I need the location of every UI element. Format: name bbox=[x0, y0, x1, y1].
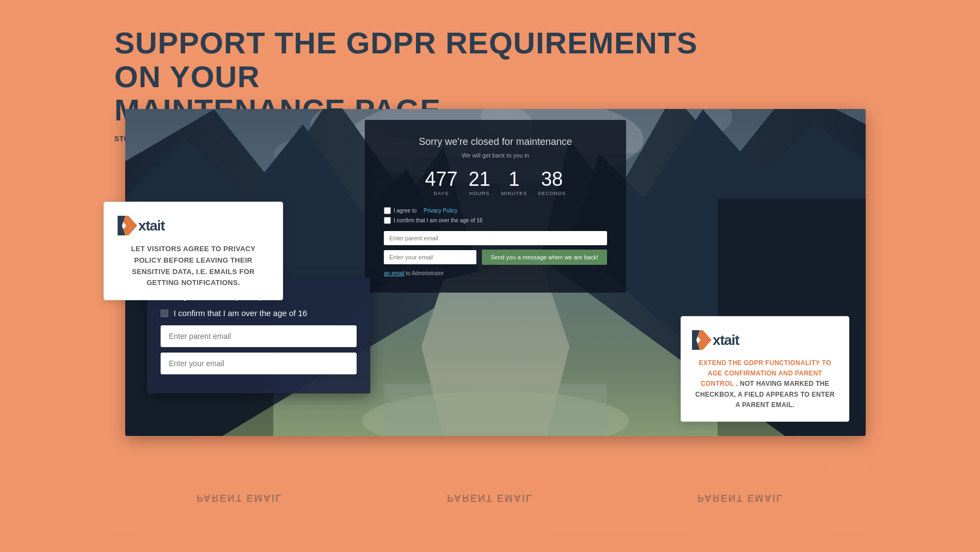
svg-marker-15 bbox=[118, 216, 125, 235]
form-age-label: I confirm that I am over the age of 16 bbox=[174, 308, 307, 318]
extait-logo-left: xtait bbox=[118, 216, 269, 235]
svg-marker-17 bbox=[692, 330, 700, 350]
form-age-checkbox-row: I confirm that I am over the age of 16 bbox=[161, 308, 357, 318]
modal-email-row: Send you a message when we are back! bbox=[384, 250, 607, 265]
content-area: Sorry we're closed for maintenance We wi… bbox=[114, 109, 866, 530]
countdown-hours: 21 HOURS bbox=[469, 169, 491, 196]
form-parent-email-input[interactable] bbox=[161, 325, 357, 347]
ghost-text-1: PARENT EMAIL bbox=[197, 492, 283, 504]
extait-logo-right: xtait bbox=[692, 330, 838, 350]
ghost-text-2: PARENT EMAIL bbox=[447, 492, 533, 504]
modal-subtitle: We will get back to you in bbox=[384, 152, 607, 159]
extait-logo-icon-left bbox=[118, 216, 137, 235]
info-card-left-text: LET VISITORS AGREE TO PRIVACY POLICY BEF… bbox=[118, 244, 269, 289]
bottom-ghost: PARENT EMAIL PARENT EMAIL PARENT EMAIL bbox=[114, 465, 866, 530]
info-card-right: xtait EXTEND THE GDPR FUNCTIONALITY TO A… bbox=[681, 316, 849, 422]
modal-parent-email-input[interactable] bbox=[384, 231, 607, 245]
privacy-checkbox[interactable] bbox=[384, 207, 391, 214]
privacy-policy-link[interactable]: Privacy Policy bbox=[424, 208, 457, 214]
age-checkbox[interactable] bbox=[384, 217, 391, 224]
form-email-input[interactable] bbox=[161, 353, 357, 374]
modal-email-input[interactable] bbox=[384, 250, 476, 264]
ghost-text-3: PARENT EMAIL bbox=[697, 492, 783, 504]
countdown-row: 477 DAYS 21 HOURS 1 MINUTES 38 SECONDS bbox=[384, 169, 607, 196]
extait-logo-icon-right bbox=[692, 330, 712, 350]
svg-rect-13 bbox=[384, 384, 607, 436]
extait-logo-text-left: xtait bbox=[138, 217, 164, 234]
countdown-seconds: 38 SECONDS bbox=[538, 169, 566, 196]
form-age-checkbox[interactable] bbox=[161, 310, 168, 317]
countdown-days: 477 DAYS bbox=[425, 169, 457, 196]
modal-link-row: an email to Administrator bbox=[384, 270, 607, 276]
info-card-left: xtait LET VISITORS AGREE TO PRIVACY POLI… bbox=[103, 202, 283, 300]
modal-notify-button[interactable]: Send you a message when we are back! bbox=[482, 250, 607, 265]
info-card-right-text: EXTEND THE GDPR FUNCTIONALITY TO AGE CON… bbox=[692, 358, 838, 410]
extait-logo-text-right: xtait bbox=[713, 332, 739, 349]
maintenance-modal: Sorry we're closed for maintenance We wi… bbox=[365, 120, 626, 293]
admin-email-link[interactable]: an email bbox=[384, 270, 405, 276]
modal-checkbox-age: I confirm that I am over the age of 16 bbox=[384, 217, 607, 224]
countdown-minutes: 1 MINUTES bbox=[501, 169, 528, 196]
modal-title: Sorry we're closed for maintenance bbox=[384, 136, 607, 148]
modal-checkbox-privacy: I agree to Privacy Policy bbox=[384, 207, 607, 214]
